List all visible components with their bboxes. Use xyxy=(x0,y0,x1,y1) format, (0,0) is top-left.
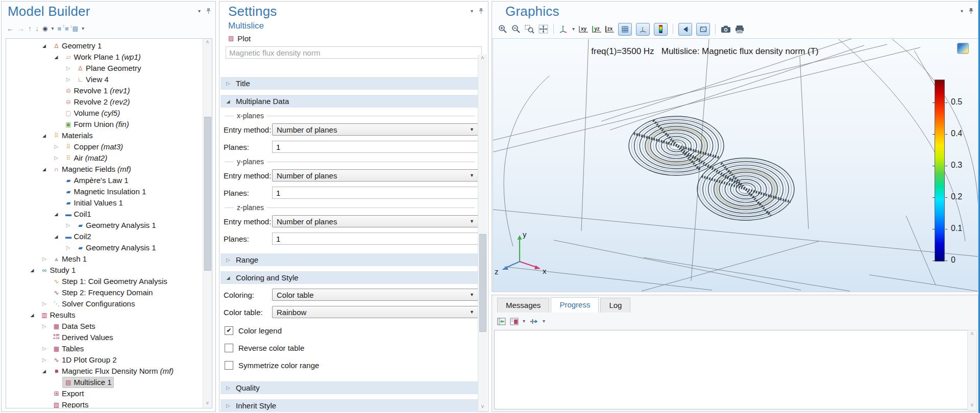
tree-item[interactable]: ∿Step 2: Frequency Domain xyxy=(6,287,203,298)
section-multiplane-data[interactable]: ◢ Multiplane Data xyxy=(220,95,478,108)
tree-item[interactable]: ▷▦Tables xyxy=(6,343,203,354)
tree-item[interactable]: ▣Form Union(fin) xyxy=(6,119,203,130)
color-table-dropdown[interactable]: Rainbow▼ xyxy=(272,306,479,318)
z-entry-method-dropdown[interactable]: Number of planes▼ xyxy=(272,215,479,227)
tree-item[interactable]: ▤Multislice 1 xyxy=(6,377,203,388)
forward-icon[interactable]: → xyxy=(17,24,24,33)
tree-item[interactable]: ◢▬Coil1 xyxy=(6,209,203,220)
section-range[interactable]: ▷ Range xyxy=(220,253,478,266)
tree-item[interactable]: ▷∿1D Plot Group 2 xyxy=(6,354,203,366)
show-menu-caret-icon[interactable]: ▾ xyxy=(51,26,54,31)
tree-item[interactable]: ⊞Export xyxy=(6,388,203,399)
tree-item[interactable]: ◢∩Magnetic Fields(mf) xyxy=(6,164,203,175)
expanded-arrow-icon[interactable]: ◢ xyxy=(31,265,39,276)
collapsed-arrow-icon[interactable]: ▷ xyxy=(66,242,75,253)
model-tree-menu-caret-icon[interactable]: ▾ xyxy=(82,26,84,31)
z-planes-field[interactable] xyxy=(272,233,479,245)
collapsed-arrow-icon[interactable]: ▷ xyxy=(55,141,63,152)
show-color-legend-button[interactable] xyxy=(654,23,668,36)
move-up-icon[interactable]: ↑ xyxy=(28,24,32,33)
tree-item[interactable]: ⊖Revolve 2(rev2) xyxy=(6,96,203,108)
expanded-arrow-icon[interactable]: ◢ xyxy=(55,51,63,63)
back-icon[interactable]: ← xyxy=(7,24,14,33)
panel-menu-caret-icon[interactable]: ▾ xyxy=(471,9,473,14)
tree-item[interactable]: ∿Step 1: Coil Geometry Analysis xyxy=(6,276,203,287)
section-title[interactable]: ▷ Title xyxy=(220,77,478,90)
model-tree-node-text-icon[interactable]: ▤ xyxy=(72,24,78,33)
collapsed-arrow-icon[interactable]: ▷ xyxy=(66,220,75,231)
section-coloring-and-style[interactable]: ◢ Coloring and Style xyxy=(220,271,478,284)
view-menu-caret-icon[interactable]: ▾ xyxy=(572,27,575,32)
show-icon[interactable]: ◉ xyxy=(42,24,47,33)
coloring-dropdown[interactable]: Color table▼ xyxy=(272,289,479,301)
expression-field[interactable] xyxy=(226,46,482,59)
expanded-arrow-icon[interactable]: ◢ xyxy=(55,209,63,220)
tree-item[interactable]: ▷▰Geometry Analysis 1 xyxy=(6,242,203,253)
tree-item[interactable]: ▷▲Mesh 1 xyxy=(6,253,203,265)
scroll-down-icon[interactable]: ˅ xyxy=(203,400,212,408)
tree-item[interactable]: ▷∟View 4 xyxy=(6,74,203,85)
show-grid-button[interactable] xyxy=(618,23,632,36)
dock-progress-icon[interactable] xyxy=(497,318,506,325)
section-quality[interactable]: ▷ Quality xyxy=(220,381,478,394)
wireframe-rendering-button[interactable] xyxy=(696,23,710,36)
scroll-up-icon[interactable]: ˄ xyxy=(478,55,487,63)
collapsed-arrow-icon[interactable]: ▷ xyxy=(66,74,75,85)
collapsed-arrow-icon[interactable]: ▷ xyxy=(42,253,51,265)
plot-button[interactable]: ▨ Plot xyxy=(228,33,251,43)
tab-messages[interactable]: Messages xyxy=(497,298,549,313)
expanded-arrow-icon[interactable]: ◢ xyxy=(55,231,63,242)
zoom-out-icon[interactable] xyxy=(511,24,521,34)
progress-scrollbar[interactable]: ˄ ˅ xyxy=(967,330,977,410)
pin-icon[interactable] xyxy=(478,8,484,14)
pin-icon[interactable] xyxy=(968,8,974,14)
print-icon[interactable] xyxy=(735,25,744,33)
tree-item[interactable]: ▷⠿Copper(mat3) xyxy=(6,141,203,152)
scroll-up-icon[interactable]: ˄ xyxy=(968,330,976,339)
pin-icon[interactable] xyxy=(206,8,211,14)
expanded-arrow-icon[interactable]: ◢ xyxy=(42,366,51,377)
tree-item[interactable]: ⊖Revolve 1(rev1) xyxy=(6,85,203,96)
expanded-arrow-icon[interactable]: ◢ xyxy=(31,309,39,321)
expanded-arrow-icon[interactable]: ◢ xyxy=(42,40,51,51)
tree-item[interactable]: ◢■Magnetic Flux Density Norm(mf) xyxy=(6,366,203,377)
color-legend-checkbox[interactable]: ✔ xyxy=(225,326,233,335)
section-inherit-style[interactable]: ▷ Inherit Style xyxy=(220,399,478,412)
tree-item[interactable]: ▷▦Data Sets xyxy=(6,321,203,332)
collapsed-arrow-icon[interactable]: ▷ xyxy=(42,354,51,366)
tree-item[interactable]: ◢⠿Materials xyxy=(6,130,203,141)
move-down-icon[interactable]: ↓ xyxy=(35,24,39,33)
open-progress-window-icon[interactable] xyxy=(510,318,519,325)
collapsed-arrow-icon[interactable]: ▷ xyxy=(66,63,75,74)
expanded-arrow-icon[interactable]: ◢ xyxy=(42,130,51,141)
scrollbar-thumb[interactable] xyxy=(204,117,211,271)
tree-item[interactable]: ▷∆Plane Geometry xyxy=(6,63,203,74)
collapsed-arrow-icon[interactable]: ▷ xyxy=(55,152,63,164)
scroll-down-icon[interactable]: ˅ xyxy=(478,403,487,411)
collapsed-arrow-icon[interactable]: ▷ xyxy=(42,343,51,354)
tree-item[interactable]: ▷⋱Solver Configurations xyxy=(6,298,203,309)
symmetrize-color-range-checkbox[interactable]: ✔ xyxy=(225,361,233,370)
tree-item[interactable]: ◢▥Results xyxy=(6,309,203,321)
zoom-in-icon[interactable] xyxy=(498,24,507,34)
tree-item[interactable]: ▷⠿Air(mat2) xyxy=(6,152,203,164)
yz-view-button[interactable]: yz xyxy=(592,26,601,33)
tree-item[interactable]: ▰Magnetic Insulation 1 xyxy=(6,186,203,197)
collapse-tree-icon[interactable]: ≡↓ xyxy=(65,25,69,33)
tree-item[interactable]: ▧Reports xyxy=(6,399,203,408)
tree-item[interactable]: 8.85e-12Derived Values xyxy=(6,332,203,343)
progress-window-menu-caret-icon[interactable]: ▾ xyxy=(523,319,525,324)
show-axis-orientation-button[interactable] xyxy=(636,23,650,36)
zoom-extents-icon[interactable] xyxy=(538,24,548,34)
graphics-viewport[interactable]: y x z freq(1)=3500 Hz Multislice: Magnet… xyxy=(493,38,978,292)
xy-view-button[interactable]: xy xyxy=(579,26,588,33)
scroll-up-icon[interactable]: ˄ xyxy=(203,39,212,47)
tree-item[interactable]: ▰Ampère's Law 1 xyxy=(6,175,203,186)
expanded-arrow-icon[interactable]: ◢ xyxy=(42,164,51,175)
tree-item[interactable]: ▢Volume(cyl5) xyxy=(6,108,203,119)
collapsed-arrow-icon[interactable]: ▷ xyxy=(42,321,51,332)
tab-progress[interactable]: Progress xyxy=(551,297,599,313)
x-planes-field[interactable] xyxy=(272,141,479,153)
panel-menu-caret-icon[interactable]: ▾ xyxy=(198,9,201,14)
move-next-icon[interactable] xyxy=(529,318,538,325)
